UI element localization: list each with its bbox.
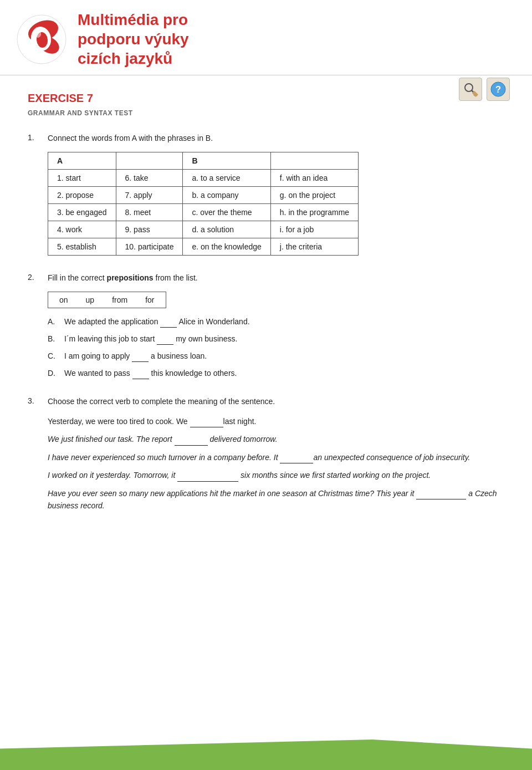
q3-s2: We just finished our task. The report de… [48, 433, 504, 445]
blank [132, 354, 149, 362]
table-row: 5. establish [48, 238, 116, 256]
table-row: j. the criteria [270, 238, 358, 256]
q2-sentence-b: B. I´m leaving this job to start my own … [48, 333, 504, 345]
table-row: e. on the knowledge [183, 238, 270, 256]
q2-bold: prepositions [107, 273, 154, 282]
logo [17, 14, 66, 64]
table-row: 10. participate [116, 238, 183, 256]
q1-table: A B 1. start 6. take a. to a service f. … [48, 152, 359, 256]
q2-text: Fill in the correct prepositions from th… [48, 272, 198, 284]
col-b1-empty [116, 152, 183, 170]
sentence-letter: B. [48, 333, 59, 345]
table-row: g. on the project [270, 187, 358, 204]
q3-s1: Yesterday, we were too tired to cook. We… [48, 415, 504, 427]
search-icon[interactable] [459, 78, 482, 101]
sentence-text: I am going to apply a business loan. [64, 350, 207, 362]
italic-text: delivered tomorrow. [208, 435, 278, 443]
col-b-header: B [183, 152, 270, 170]
table-row: c. over the theme [183, 204, 270, 221]
q3-number: 3. [28, 396, 41, 407]
prep-for: for [145, 295, 154, 304]
blank [416, 492, 466, 499]
q2-sentences: A. We adapted the application Alice in W… [48, 316, 504, 379]
q3-sentences: Yesterday, we were too tired to cook. We… [48, 415, 504, 512]
table-row: d. a solution [183, 221, 270, 238]
q3-s4: I worked on it yesterday. Tomorrow, it s… [48, 469, 504, 481]
table-row: h. in the programme [270, 204, 358, 221]
italic-text: just finished our task. The report [62, 435, 175, 443]
table-row: i. for a job [270, 221, 358, 238]
page-header: Multimédia pro podporu výuky cizích jazy… [0, 0, 532, 75]
table-row: 8. meet [116, 204, 183, 221]
q2-number: 2. [28, 272, 41, 284]
question-3: 3. Choose the correct verb to complete t… [28, 396, 504, 512]
table-row: 4. work [48, 221, 116, 238]
exercise-subtitle: GRAMMAR AND SYNTAX TEST [28, 109, 504, 117]
q2-sentence-d: D. We wanted to pass this knowledge to o… [48, 368, 504, 379]
blank [157, 337, 173, 345]
prepositions-box: on up from for [48, 292, 166, 308]
italic-text: I worked on it yesterday. Tomorrow, it s… [48, 471, 431, 480]
col-a-header: A [48, 152, 116, 170]
sentence-letter: A. [48, 316, 59, 328]
q3-s3: I have never experienced so much turnove… [48, 451, 504, 463]
q3-s5: Have you ever seen so many new applicati… [48, 487, 504, 512]
table-row: 2. propose [48, 187, 116, 204]
exercise-title: EXERCISE 7 [28, 92, 504, 105]
italic-text: I have never experienced so much turnove… [48, 453, 470, 462]
blank [190, 420, 223, 427]
table-row: a. to a service [183, 170, 270, 187]
table-row: 3. be engaged [48, 204, 116, 221]
main-content: EXERCISE 7 GRAMMAR AND SYNTAX TEST 1. Co… [0, 75, 532, 550]
question-2: 2. Fill in the correct prepositions from… [28, 272, 504, 379]
q2-sentence-a: A. We adapted the application Alice in W… [48, 316, 504, 328]
blank [132, 371, 149, 379]
italic-text: Have you ever seen so many new applicati… [48, 489, 497, 510]
q1-text: Connect the words from A with the phrase… [48, 132, 213, 144]
question-1: 1. Connect the words from A with the phr… [28, 132, 504, 256]
table-row: 6. take [116, 170, 183, 187]
footer-band [0, 740, 532, 770]
col-d1-empty [270, 152, 358, 170]
help-icon[interactable]: ? [487, 78, 510, 101]
sentence-text: I´m leaving this job to start my own bus… [64, 333, 237, 345]
prep-up: up [86, 295, 95, 304]
q1-question: 1. Connect the words from A with the phr… [28, 132, 504, 144]
q3-text: Choose the correct verb to complete the … [48, 396, 275, 407]
toolbar-icons: ? [459, 78, 510, 101]
prep-on: on [59, 295, 68, 304]
q1-number: 1. [28, 132, 41, 144]
table-row: f. with an idea [270, 170, 358, 187]
q2-sentence-c: C. I am going to apply a business loan. [48, 350, 504, 362]
table-row: 7. apply [116, 187, 183, 204]
q3-question: 3. Choose the correct verb to complete t… [28, 396, 504, 407]
blank [175, 438, 208, 446]
table-row: b. a company [183, 187, 270, 204]
sentence-text: We wanted to pass this knowledge to othe… [64, 368, 237, 379]
svg-text:?: ? [495, 84, 501, 95]
q2-question: 2. Fill in the correct prepositions from… [28, 272, 504, 284]
blank [280, 456, 313, 463]
sentence-letter: C. [48, 350, 59, 362]
site-title: Multimédia pro podporu výuky cizích jazy… [78, 10, 189, 68]
table-row: 9. pass [116, 221, 183, 238]
sentence-letter: D. [48, 368, 59, 379]
blank [177, 474, 238, 482]
table-row: 1. start [48, 170, 116, 187]
blank [160, 320, 177, 328]
prep-from: from [112, 295, 127, 304]
sentence-text: We adapted the application Alice in Wond… [64, 316, 250, 328]
